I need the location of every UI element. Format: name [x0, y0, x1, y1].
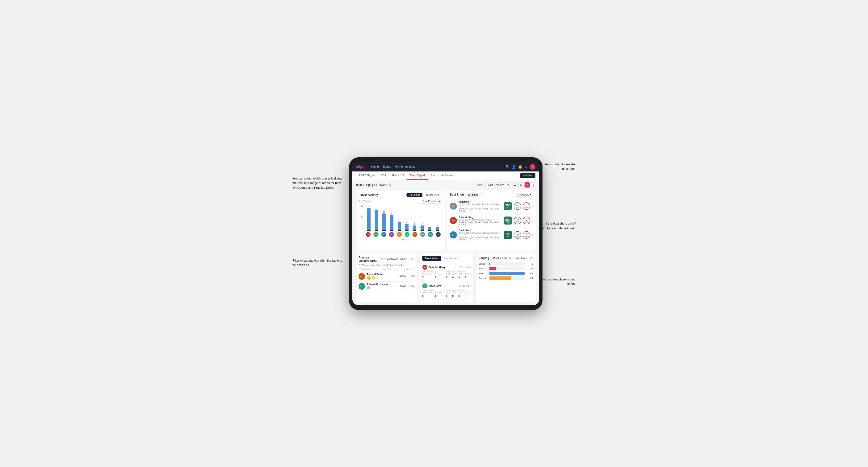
tab-hcaps[interactable]: Hcaps 1-5 — [389, 171, 407, 180]
nav-home[interactable]: Home — [371, 165, 379, 168]
bars-container: 13 12 — [364, 205, 442, 231]
avatar-matt-miller: MM — [450, 203, 457, 210]
chevron-david-ford[interactable]: › — [532, 233, 533, 237]
stat-dist-blair-mcharg: 43 yds — [514, 217, 521, 224]
tab-pga[interactable]: PGA — [378, 171, 389, 180]
chart-section-header: On Course Total Rounds Total Shots — [359, 199, 442, 204]
scoring-row-birdies: Birdies 96 — [478, 267, 533, 270]
shots-dropdown-arrow[interactable]: ▾ — [482, 193, 483, 197]
avatar-r-britt[interactable]: RB — [373, 232, 379, 237]
list-view-icon[interactable]: ☰ — [512, 182, 518, 187]
bar-b-mcharg: 13 — [365, 206, 372, 231]
users-icon[interactable]: 👤 — [512, 165, 516, 168]
avatar-d-ford[interactable]: DF — [381, 232, 386, 237]
tab-team-clippd[interactable]: Team Clippd — [407, 171, 428, 180]
sub-nav-tabs: PGAT Players PGA Hcaps 1-5 Team Clippd T… — [356, 171, 456, 180]
shot-stats-david-ford: 16 yds 0 yds — [514, 231, 530, 239]
lb-player-1-info: Richard Butler 🏆 1 — [367, 273, 398, 280]
lb-col-name: PLAYER NAME — [359, 268, 372, 270]
eagles-bar-bg — [489, 262, 525, 266]
pars-bar-bg — [489, 272, 525, 275]
player-info-matt-miller: Matt Miller 09 Jun 2023 · Royal North De… — [459, 200, 502, 212]
shot-detail-blair-mcharg: Shot Dist: 43 yds · Start Lie: Rough · E… — [459, 221, 502, 225]
activity-card-title: Player Activity — [359, 193, 378, 196]
y-axis: 15 10 5 0 — [359, 205, 364, 241]
leaderboard-select[interactable]: PUTT Must Make Putting ... — [377, 257, 414, 261]
chart-metric-select[interactable]: Total Rounds Total Shots — [420, 199, 442, 204]
card-view-icon[interactable]: ♥ — [525, 182, 530, 187]
nav-my-performance[interactable]: My Performance — [395, 165, 415, 168]
grid-view-icon[interactable]: ⊞ — [519, 182, 524, 187]
lb-col-headers: PLAYER NAME PB SCORE PB AVG SQ — [359, 268, 414, 270]
avatar-d-bill[interactable]: DB — [404, 232, 410, 237]
time-period-select[interactable]: Last 3 months Last month Last 6 months — [486, 183, 510, 187]
bar-m-miller: 3 — [418, 223, 426, 231]
avatar-r-butler[interactable]: RB — [412, 232, 417, 237]
best-shots-card: Best Shots All Shots ▾ All Players ▾ — [447, 190, 536, 251]
stat-dist-david-ford: 16 yds — [514, 231, 521, 239]
avatars-row: BM RB DF JC EE DB RB MM EC LR — [364, 232, 442, 237]
edit-team-icon[interactable]: ✏️ — [389, 183, 392, 186]
scoring-player-select[interactable]: All Players — [514, 256, 533, 260]
bar-e-ebert: 5 — [396, 219, 403, 231]
chart-section-title: On Course — [359, 200, 371, 203]
annotation-bottom-left: Filter what data you wish the table to b… — [292, 258, 344, 268]
shot-stats-blair-mcharg: 43 yds 0 yds — [514, 217, 530, 224]
app-blair: 0 — [453, 276, 454, 279]
stat-end-matt-miller: 0 yds — [523, 203, 530, 210]
bell-icon[interactable]: 🔔 — [518, 165, 522, 168]
best-shots-tab-pills: All Shots ▾ — [466, 193, 483, 197]
lb-player-2-info: Edward Crossman 2 — [367, 283, 398, 289]
player-detail-david-ford: 24 Aug 2023 · Royal North Devon GC, Hole… — [459, 232, 502, 237]
least-active-tab[interactable]: Least Active — [441, 256, 461, 261]
most-active-tab[interactable]: Most Active — [422, 256, 441, 261]
player-detail-matt-miller: 09 Jun 2023 · Royal North Devon GC, Hole… — [459, 203, 502, 208]
activity-card-header: Player Activity On Course Practice Drill… — [359, 193, 442, 197]
user-avatar[interactable]: M — [530, 164, 535, 169]
eagles-count: 3 — [526, 263, 533, 265]
plus-circle-icon[interactable]: ⊕ — [525, 165, 527, 168]
activity-date-rees: 02 Sep 2023 — [459, 285, 470, 287]
bar-e-crossman: 2 — [426, 224, 433, 231]
lb-player-2-name: Edward Crossman — [367, 283, 398, 286]
rank-icon-1: 🏆 — [367, 276, 371, 280]
scoring-row-bogeys: Bogeys 311 — [478, 276, 533, 280]
bar-j-coles: 9 — [388, 213, 395, 231]
shot-detail-matt-miller: Shot Dist: 67 yds · Start Lie: Rough · E… — [459, 208, 502, 212]
tab-tour[interactable]: Tour — [428, 171, 438, 180]
players-filter-btn[interactable]: All Players ▾ — [516, 193, 533, 197]
search-icon[interactable]: 🔍 — [505, 165, 509, 168]
add-team-button[interactable]: Add Team — [520, 173, 535, 178]
avatar-j-coles[interactable]: JC — [389, 232, 394, 237]
chevron-blair-mcharg[interactable]: › — [532, 219, 533, 222]
settings-view-icon[interactable]: ⊟ — [531, 182, 536, 187]
nav-teams[interactable]: Teams — [382, 165, 391, 168]
practice-drills-pill[interactable]: Practice Drills — [423, 193, 441, 197]
avatar-l-rob[interactable]: LR — [436, 232, 441, 237]
tab-pgat-players[interactable]: PGAT Players — [356, 171, 378, 180]
chevron-matt-miller[interactable]: › — [532, 205, 533, 208]
arg-blair: 0 — [459, 276, 460, 279]
avatar-e-cross[interactable]: EC — [428, 232, 433, 237]
all-shots-pill[interactable]: All Shots — [466, 193, 480, 197]
most-active-card: Most Active Least Active BM Blair McHarg… — [420, 253, 473, 303]
birdies-bar-fill — [489, 267, 496, 270]
bottom-grid: Practice Leaderboards PUTT Must Make Put… — [356, 253, 536, 303]
avatar-e-ebert[interactable]: EE — [397, 232, 402, 237]
leaderboard-title: Practice Leaderboards — [359, 256, 377, 262]
lb-score-1: 19/20 — [400, 275, 406, 278]
best-shots-title: Best Shots — [450, 193, 465, 196]
player-name-matt-miller: Matt Miller — [459, 200, 502, 203]
pars-count: 499 — [526, 272, 533, 275]
annotation-top-left: You can select which player is doing the… — [292, 176, 344, 190]
on-course-pill[interactable]: On Course — [406, 193, 423, 197]
avatar-m-miller[interactable]: MM — [420, 232, 425, 237]
content-area: Team Clippd | 14 Players ✏️ Show: Last 3… — [352, 180, 539, 305]
tab-all-players[interactable]: All Players — [438, 171, 456, 180]
lb-score-2: 18/20 — [400, 285, 406, 287]
lb-col-score: PB SCORE — [383, 268, 393, 270]
avatar-b-mcharg[interactable]: BM — [366, 232, 371, 237]
team-title: Team Clippd | 14 Players — [356, 183, 387, 187]
scoring-par-select[interactable]: Par 3, 4 & 5s Par 3s Par 4s Par 5s — [491, 256, 512, 260]
lb-player-2-rank: 2 — [367, 286, 398, 289]
